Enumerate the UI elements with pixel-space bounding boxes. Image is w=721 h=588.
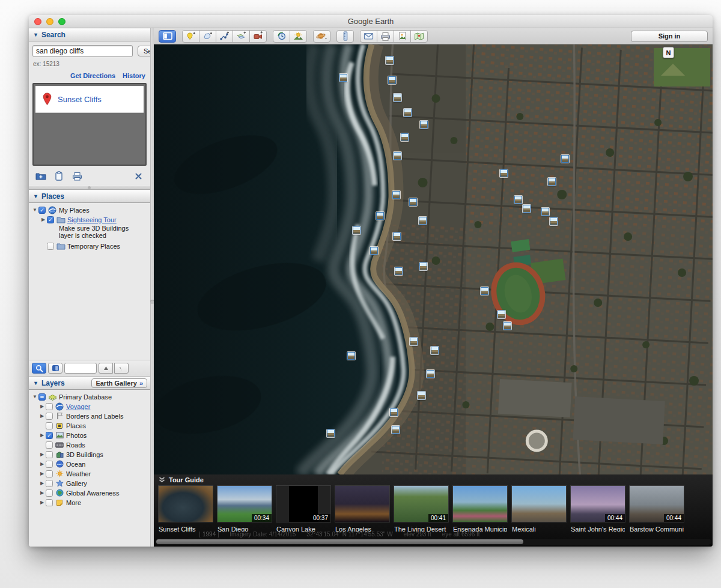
view-in-maps-button[interactable] xyxy=(410,30,428,43)
expander-icon[interactable]: ▶ xyxy=(38,490,46,496)
earth-gallery-button[interactable]: Earth Gallery » xyxy=(91,378,147,388)
photo-marker[interactable] xyxy=(386,56,394,64)
tree-row-my-places[interactable]: ▼ ✓ My Places xyxy=(31,205,149,214)
checkbox-unchecked[interactable] xyxy=(46,461,53,468)
expander-icon[interactable]: ▶ xyxy=(38,500,46,505)
search-panel-header[interactable]: ▼ Search xyxy=(29,28,150,41)
photo-marker[interactable] xyxy=(420,121,428,129)
photo-marker[interactable] xyxy=(500,169,508,177)
photo-marker[interactable] xyxy=(401,133,409,141)
photo-marker[interactable] xyxy=(394,152,401,160)
search-input[interactable] xyxy=(32,45,133,57)
layers-panel-header[interactable]: ▼ Layers Earth Gallery » xyxy=(29,377,150,390)
checkbox-unchecked[interactable] xyxy=(46,451,53,458)
layer-row-voyager[interactable]: ▶Voyager xyxy=(38,402,149,411)
map-viewport[interactable]: N xyxy=(154,44,713,474)
photo-marker[interactable] xyxy=(393,232,401,240)
tour-thumbnail[interactable]: 00:44 xyxy=(571,486,625,522)
checkbox-unchecked[interactable] xyxy=(47,243,54,250)
tour-thumbnail[interactable] xyxy=(159,486,213,522)
checkbox-unchecked[interactable] xyxy=(46,403,53,410)
historical-imagery-button[interactable] xyxy=(273,30,290,43)
email-button[interactable] xyxy=(360,30,377,43)
photo-marker[interactable] xyxy=(392,191,400,199)
photo-marker[interactable] xyxy=(427,370,434,378)
photo-marker[interactable] xyxy=(541,208,549,216)
clear-search-button[interactable] xyxy=(132,171,144,181)
photo-marker[interactable] xyxy=(514,196,522,204)
photo-marker[interactable] xyxy=(390,408,398,416)
tree-row-temporary-places[interactable]: ▶ Temporary Places xyxy=(40,241,149,250)
photo-marker[interactable] xyxy=(370,247,378,255)
tour-thumbnail[interactable] xyxy=(453,486,507,522)
photo-marker[interactable] xyxy=(497,311,505,318)
expander-icon[interactable]: ▶ xyxy=(38,432,46,438)
tour-item-canyon-lake[interactable]: 00:37Canyon Lake xyxy=(276,486,330,532)
photo-marker[interactable] xyxy=(404,109,412,117)
checkbox-unchecked[interactable] xyxy=(46,480,53,487)
photo-marker[interactable] xyxy=(419,262,427,270)
checkbox-checked[interactable]: ✓ xyxy=(47,216,54,223)
photo-marker[interactable] xyxy=(550,217,558,225)
tour-guide-scrollbar[interactable] xyxy=(155,539,711,545)
expander-icon[interactable]: ▶ xyxy=(38,404,46,409)
photo-marker[interactable] xyxy=(394,94,401,102)
search-result-item[interactable]: Sunset Cliffs xyxy=(35,86,144,113)
search-button[interactable]: Search xyxy=(138,46,151,56)
layer-row-global-awareness[interactable]: ▶Global Awareness xyxy=(38,488,149,497)
checkbox-unchecked[interactable] xyxy=(46,422,53,429)
layer-row-places[interactable]: ▶Places xyxy=(38,421,149,430)
tour-thumbnail[interactable] xyxy=(335,486,389,522)
add-image-overlay-button[interactable] xyxy=(233,30,250,43)
sunlight-button[interactable] xyxy=(290,30,307,43)
layer-row-3d-buildings[interactable]: ▶3D Buildings xyxy=(38,450,149,459)
tour-thumbnail[interactable] xyxy=(512,486,566,522)
checkbox-unchecked[interactable] xyxy=(46,413,53,420)
record-tour-button[interactable] xyxy=(249,30,267,43)
tour-thumbnail[interactable]: 00:37 xyxy=(276,486,330,522)
photo-marker[interactable] xyxy=(431,347,439,354)
next-item-button[interactable] xyxy=(114,363,129,374)
add-polygon-button[interactable] xyxy=(199,30,216,43)
photo-marker[interactable] xyxy=(392,426,400,434)
photo-marker[interactable] xyxy=(481,287,488,295)
checkbox-unchecked[interactable] xyxy=(46,499,53,506)
places-panel-header[interactable]: ▼ Places xyxy=(29,190,150,203)
print-results-button[interactable] xyxy=(71,171,83,181)
tour-item-los-angeles[interactable]: Los Angeles xyxy=(335,486,389,532)
tree-label[interactable]: Sightseeing Tour xyxy=(67,216,117,223)
photo-marker[interactable] xyxy=(395,267,403,275)
get-directions-link[interactable]: Get Directions xyxy=(70,72,115,79)
panel-splitter[interactable] xyxy=(29,185,150,190)
photo-marker[interactable] xyxy=(419,217,427,225)
photo-marker[interactable] xyxy=(388,76,396,84)
expander-icon[interactable]: ▼ xyxy=(31,207,38,213)
ruler-button[interactable] xyxy=(336,30,354,43)
historical-year-badge[interactable]: 1994 xyxy=(199,532,219,538)
add-placemark-button[interactable] xyxy=(182,30,199,43)
checkbox-checked[interactable]: ✓ xyxy=(46,432,53,439)
checkbox-unchecked[interactable] xyxy=(46,489,53,497)
places-filter-input[interactable] xyxy=(64,363,97,374)
layer-label[interactable]: Voyager xyxy=(66,403,90,410)
save-image-button[interactable] xyxy=(394,30,411,43)
layer-row-roads[interactable]: ▶Roads xyxy=(38,440,149,449)
expander-icon[interactable]: ▶ xyxy=(40,217,47,222)
photo-marker[interactable] xyxy=(548,178,556,186)
photo-marker[interactable] xyxy=(523,205,531,213)
sidebar-toggle-button[interactable] xyxy=(159,30,176,43)
tree-row-sightseeing-tour[interactable]: ▶ ✓ Sightseeing Tour xyxy=(40,215,149,224)
tour-item-the-living-desert[interactable]: 00:41The Living Desert xyxy=(394,486,448,532)
photo-marker[interactable] xyxy=(327,429,335,437)
checkbox-unchecked[interactable] xyxy=(46,470,53,477)
photo-marker[interactable] xyxy=(409,198,417,206)
layer-row-more[interactable]: ▶More xyxy=(38,498,149,507)
collapse-chevrons-icon[interactable] xyxy=(159,477,165,483)
copy-button[interactable] xyxy=(53,171,65,181)
scrollbar-thumb[interactable] xyxy=(156,539,523,544)
history-link[interactable]: History xyxy=(123,72,145,79)
photo-marker[interactable] xyxy=(347,352,355,360)
tour-thumbnail[interactable]: 00:44 xyxy=(630,486,684,522)
tour-item-barstow-communit-[interactable]: 00:44Barstow Communit... xyxy=(630,486,684,532)
photo-marker[interactable] xyxy=(339,74,347,82)
